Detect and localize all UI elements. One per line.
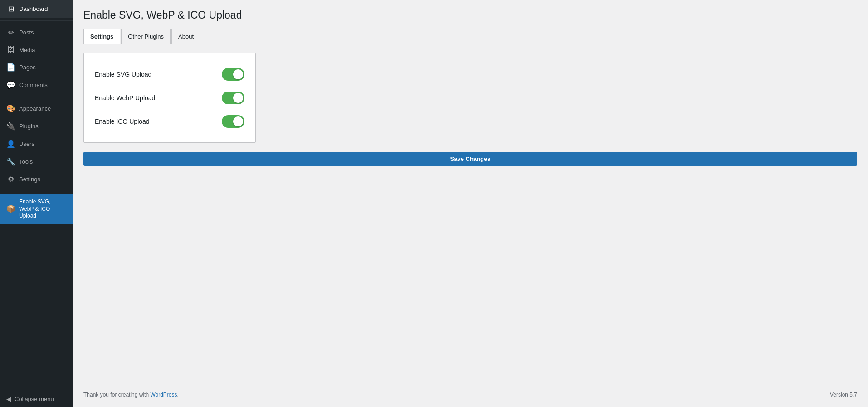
sidebar-item-comments[interactable]: 💬 Comments bbox=[0, 76, 73, 94]
toggle-row-webp: Enable WebP Upload bbox=[95, 86, 244, 110]
sidebar-item-appearance[interactable]: 🎨 Appearance bbox=[0, 100, 73, 117]
version-text: Version 5.7 bbox=[830, 392, 857, 398]
sidebar-item-label: Plugins bbox=[19, 123, 39, 130]
sidebar-divider-2 bbox=[0, 97, 73, 97]
sidebar-item-settings[interactable]: ⚙ Settings bbox=[0, 170, 73, 188]
tools-icon: 🔧 bbox=[6, 157, 15, 166]
comments-icon: 💬 bbox=[6, 81, 15, 89]
media-icon: 🖼 bbox=[6, 46, 15, 54]
plugin-icon: 📦 bbox=[6, 204, 15, 214]
sidebar-item-label: Pages bbox=[19, 64, 36, 71]
dashboard-icon: ⊞ bbox=[6, 5, 15, 13]
settings-icon: ⚙ bbox=[6, 175, 15, 184]
footer: Thank you for creating with WordPress. V… bbox=[83, 373, 857, 398]
sidebar-item-label: Settings bbox=[19, 176, 40, 183]
sidebar-item-label: Dashboard bbox=[19, 5, 48, 12]
plugins-icon: 🔌 bbox=[6, 122, 15, 131]
sidebar-item-dashboard[interactable]: ⊞ Dashboard bbox=[0, 0, 73, 18]
pages-icon: 📄 bbox=[6, 63, 15, 72]
webp-upload-label: Enable WebP Upload bbox=[95, 94, 155, 102]
settings-card: Enable SVG Upload Enable WebP Upload Ena… bbox=[83, 53, 256, 143]
footer-text: Thank you for creating with WordPress. bbox=[83, 392, 179, 398]
tab-other-plugins[interactable]: Other Plugins bbox=[121, 29, 171, 44]
sidebar-item-label: Appearance bbox=[19, 105, 51, 112]
sidebar-item-tools[interactable]: 🔧 Tools bbox=[0, 153, 73, 170]
appearance-icon: 🎨 bbox=[6, 104, 15, 113]
tab-settings[interactable]: Settings bbox=[83, 29, 120, 44]
sidebar-divider-3 bbox=[0, 191, 73, 191]
page-title: Enable SVG, WebP & ICO Upload bbox=[83, 9, 857, 21]
toggle-row-svg: Enable SVG Upload bbox=[95, 63, 244, 86]
svg-upload-toggle[interactable] bbox=[222, 68, 244, 81]
sidebar-item-pages[interactable]: 📄 Pages bbox=[0, 58, 73, 76]
sidebar-item-label: Media bbox=[19, 47, 35, 53]
sidebar-item-active-plugin[interactable]: 📦 Enable SVG, WebP & ICO Upload bbox=[0, 194, 73, 224]
sidebar-item-users[interactable]: 👤 Users bbox=[0, 135, 73, 153]
main-content: Enable SVG, WebP & ICO Upload Settings O… bbox=[73, 0, 868, 407]
users-icon: 👤 bbox=[6, 140, 15, 148]
ico-upload-label: Enable ICO Upload bbox=[95, 118, 150, 125]
webp-toggle-thumb bbox=[233, 93, 243, 103]
sidebar-divider-1 bbox=[0, 20, 73, 21]
collapse-icon: ◀ bbox=[6, 396, 11, 402]
svg-toggle-track bbox=[222, 68, 244, 81]
sidebar-item-posts[interactable]: ✏ Posts bbox=[0, 24, 73, 41]
toggle-row-ico: Enable ICO Upload bbox=[95, 110, 244, 133]
ico-upload-toggle[interactable] bbox=[222, 115, 244, 128]
collapse-menu[interactable]: ◀ Collapse menu bbox=[0, 391, 73, 407]
sidebar-item-label: Comments bbox=[19, 82, 48, 88]
save-changes-button[interactable]: Save Changes bbox=[83, 152, 857, 166]
sidebar-item-label: Enable SVG, WebP & ICO Upload bbox=[19, 199, 66, 220]
webp-upload-toggle[interactable] bbox=[222, 92, 244, 104]
wordpress-link[interactable]: WordPress bbox=[150, 392, 177, 398]
svg-toggle-thumb bbox=[233, 69, 243, 79]
tab-bar: Settings Other Plugins About bbox=[83, 29, 857, 44]
sidebar-item-label: Users bbox=[19, 141, 34, 147]
ico-toggle-track bbox=[222, 115, 244, 128]
sidebar-item-plugins[interactable]: 🔌 Plugins bbox=[0, 117, 73, 135]
collapse-label: Collapse menu bbox=[15, 396, 54, 402]
tab-about[interactable]: About bbox=[171, 29, 200, 44]
sidebar-item-label: Posts bbox=[19, 29, 34, 36]
ico-toggle-thumb bbox=[233, 116, 243, 126]
sidebar-item-label: Tools bbox=[19, 158, 33, 165]
sidebar: ⊞ Dashboard ✏ Posts 🖼 Media 📄 Pages 💬 Co… bbox=[0, 0, 73, 407]
svg-upload-label: Enable SVG Upload bbox=[95, 71, 151, 78]
sidebar-item-media[interactable]: 🖼 Media bbox=[0, 41, 73, 58]
webp-toggle-track bbox=[222, 92, 244, 104]
posts-icon: ✏ bbox=[6, 28, 15, 37]
